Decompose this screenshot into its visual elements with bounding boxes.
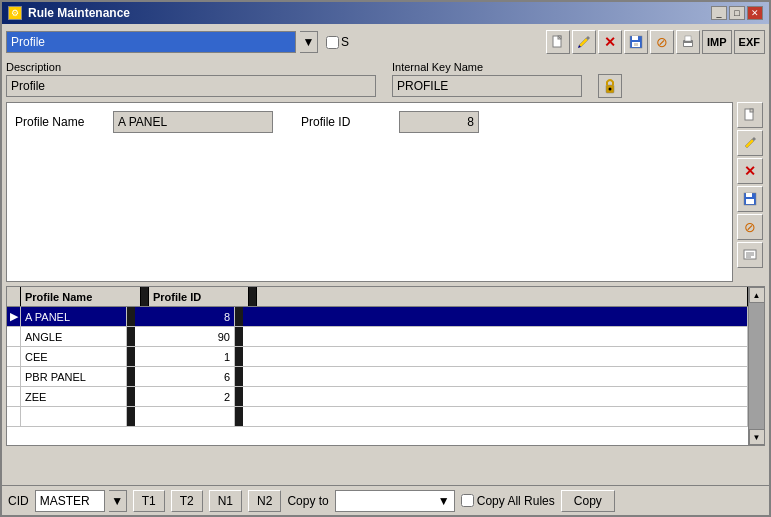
toolbar-row: Profile ▼ S ✕ ⊘ — [6, 28, 765, 56]
grid-col-header-name: Profile Name — [21, 287, 141, 306]
grid-col-header-extra — [257, 287, 748, 306]
grid-container: Profile Name Profile ID ▶ A PANEL — [6, 286, 765, 446]
cell-name: ZEE — [21, 387, 127, 406]
window-icon: ⚙ — [8, 6, 22, 20]
cid-input[interactable] — [35, 490, 105, 512]
maximize-button[interactable]: □ — [729, 6, 745, 20]
side-delete-button[interactable]: ✕ — [737, 158, 763, 184]
grid-col-header-id: Profile ID — [149, 287, 249, 306]
description-row: Description Internal Key Name — [6, 60, 765, 98]
save-button[interactable] — [624, 30, 648, 54]
side-edit-button[interactable] — [737, 130, 763, 156]
edit-button[interactable] — [572, 30, 596, 54]
ikey-label: Internal Key Name — [392, 61, 582, 73]
profile-dropdown-arrow[interactable]: ▼ — [300, 31, 318, 53]
imp-button[interactable]: IMP — [702, 30, 732, 54]
grid-row[interactable] — [7, 407, 748, 427]
new-button[interactable] — [546, 30, 570, 54]
cell-name: CEE — [21, 347, 127, 366]
grid-header: Profile Name Profile ID — [7, 287, 748, 307]
copy-button[interactable]: Copy — [561, 490, 615, 512]
vscroll-up-button[interactable]: ▲ — [749, 287, 765, 303]
grid-row[interactable]: PBR PANEL 6 — [7, 367, 748, 387]
checkbox-s-group: S — [326, 35, 349, 49]
svg-rect-7 — [685, 36, 691, 41]
profile-dropdown-value: Profile — [11, 35, 45, 49]
ikey-group: Internal Key Name — [392, 61, 582, 97]
exf-button[interactable]: EXF — [734, 30, 765, 54]
svg-rect-8 — [684, 43, 692, 46]
n2-button[interactable]: N2 — [248, 490, 281, 512]
svg-rect-5 — [634, 43, 638, 46]
profile-id-label: Profile ID — [301, 115, 391, 129]
close-button[interactable]: ✕ — [747, 6, 763, 20]
svg-point-10 — [609, 88, 612, 91]
cell-extra — [243, 307, 748, 326]
minimize-button[interactable]: _ — [711, 6, 727, 20]
vscroll-track — [749, 303, 764, 429]
cell-id: 2 — [135, 387, 235, 406]
ikey-input[interactable] — [392, 75, 582, 97]
svg-rect-12 — [750, 109, 753, 112]
title-bar: ⚙ Rule Maintenance _ □ ✕ — [2, 2, 769, 24]
side-toolbar: ✕ ⊘ — [737, 102, 765, 282]
desc-input[interactable] — [6, 75, 376, 97]
window-controls: _ □ ✕ — [711, 6, 763, 20]
cell-name: A PANEL — [21, 307, 127, 326]
print-button[interactable] — [676, 30, 700, 54]
svg-rect-3 — [632, 36, 638, 40]
toolbar-buttons: ✕ ⊘ IMP EXF — [546, 30, 765, 54]
delete-button[interactable]: ✕ — [598, 30, 622, 54]
cancel-button[interactable]: ⊘ — [650, 30, 674, 54]
s-checkbox-label: S — [341, 35, 349, 49]
svg-rect-15 — [746, 199, 754, 204]
copy-to-arrow: ▼ — [438, 494, 450, 508]
s-checkbox[interactable] — [326, 36, 339, 49]
t1-button[interactable]: T1 — [133, 490, 165, 512]
desc-group: Description — [6, 61, 376, 97]
grid-row[interactable]: ZEE 2 — [7, 387, 748, 407]
copy-to-dropdown[interactable]: ▼ — [335, 490, 455, 512]
status-bar: CID ▼ T1 T2 N1 N2 Copy to ▼ Copy All Rul… — [2, 485, 769, 515]
grid-row[interactable]: ANGLE 90 — [7, 327, 748, 347]
cell-id: 1 — [135, 347, 235, 366]
row-arrow: ▶ — [7, 307, 21, 326]
t2-button[interactable]: T2 — [171, 490, 203, 512]
main-window: ⚙ Rule Maintenance _ □ ✕ Profile ▼ S — [0, 0, 771, 517]
form-panel: Profile Name Profile ID — [6, 102, 733, 282]
copy-all-group: Copy All Rules — [461, 494, 555, 508]
profile-dropdown[interactable]: Profile — [6, 31, 296, 53]
grid-body: ▶ A PANEL 8 ANGLE 90 — [7, 307, 748, 445]
cell-name: PBR PANEL — [21, 367, 127, 386]
content-area: Profile ▼ S ✕ ⊘ — [2, 24, 769, 485]
profile-name-input[interactable] — [113, 111, 273, 133]
side-save-button[interactable] — [737, 186, 763, 212]
grid-row[interactable]: CEE 1 — [7, 347, 748, 367]
copy-to-label: Copy to — [287, 494, 328, 508]
cid-dropdown-arrow[interactable]: ▼ — [109, 490, 127, 512]
copy-all-checkbox[interactable] — [461, 494, 474, 507]
cell-id: 90 — [135, 327, 235, 346]
main-area: Profile Name Profile ID ✕ ⊘ — [6, 102, 765, 282]
desc-label: Description — [6, 61, 376, 73]
cid-label: CID — [8, 494, 29, 508]
grid-row[interactable]: ▶ A PANEL 8 — [7, 307, 748, 327]
profile-name-row: Profile Name Profile ID — [15, 111, 724, 133]
cell-id: 6 — [135, 367, 235, 386]
side-new-button[interactable] — [737, 102, 763, 128]
vscroll-down-button[interactable]: ▼ — [749, 429, 765, 445]
lock-button[interactable] — [598, 74, 622, 98]
side-view-button[interactable] — [737, 242, 763, 268]
n1-button[interactable]: N1 — [209, 490, 242, 512]
grid-wrapper: Profile Name Profile ID ▶ A PANEL — [6, 286, 765, 446]
grid-inner: Profile Name Profile ID ▶ A PANEL — [7, 287, 748, 445]
copy-all-label: Copy All Rules — [477, 494, 555, 508]
vertical-scrollbar[interactable]: ▲ ▼ — [748, 287, 764, 445]
svg-rect-14 — [746, 193, 752, 197]
profile-name-label: Profile Name — [15, 115, 105, 129]
cell-name: ANGLE — [21, 327, 127, 346]
cid-field: ▼ — [35, 490, 127, 512]
side-cancel-button[interactable]: ⊘ — [737, 214, 763, 240]
profile-id-input[interactable] — [399, 111, 479, 133]
window-title: Rule Maintenance — [28, 6, 130, 20]
